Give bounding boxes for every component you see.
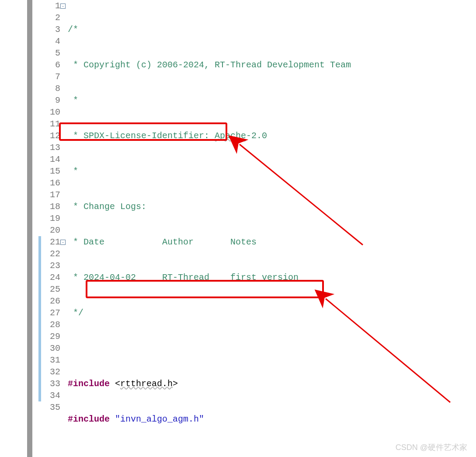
code-text: Apache (215, 131, 246, 141)
code-text: * (68, 95, 78, 105)
line-number: 22 (42, 248, 60, 260)
line-number: 13 (42, 142, 60, 153)
line-number: 16 (42, 177, 60, 189)
editor-root: 1 2 3 4 5 6 7 8 9 10 11 12 13 14 15 16 1… (0, 0, 476, 457)
line-number: 12 (42, 130, 60, 142)
fold-column[interactable]: - - (60, 0, 66, 457)
code-text: > (173, 379, 178, 389)
line-number: 4 (42, 35, 60, 47)
code-text: #include (68, 414, 110, 424)
line-number: 35 (42, 401, 60, 413)
line-number: 24 (42, 272, 60, 283)
code-text: * 2024-04-02 RT-Thread first version (68, 272, 299, 283)
line-number: 32 (42, 366, 60, 378)
code-text: * Change Logs: (68, 202, 146, 212)
line-number: 5 (42, 47, 60, 59)
line-number-gutter[interactable]: 1 2 3 4 5 6 7 8 9 10 11 12 13 14 15 16 1… (42, 0, 60, 457)
code-text: /* (68, 24, 78, 35)
line-number: 21 (42, 236, 60, 248)
code-text: * Copyright (c) 2006-2024, RT-Thread Dev… (68, 60, 351, 70)
line-number: 23 (42, 260, 60, 272)
line-number: 15 (42, 165, 60, 177)
code-text: < (110, 379, 120, 389)
line-number: 27 (42, 307, 60, 319)
line-number: 34 (42, 390, 60, 401)
line-number: 10 (42, 106, 60, 118)
line-number: 30 (42, 342, 60, 354)
watermark-text: CSDN @硬件艺术家 (396, 442, 467, 453)
line-number: 33 (42, 378, 60, 390)
fold-toggle-icon[interactable]: - (60, 3, 66, 9)
overview-ruler[interactable] (27, 0, 32, 457)
line-number: 6 (42, 59, 60, 71)
line-number: 18 (42, 201, 60, 213)
line-number: 2 (42, 12, 60, 24)
code-text: #include (68, 379, 110, 389)
line-number: 8 (42, 83, 60, 94)
code-text: rtthread.h (120, 379, 173, 389)
line-number: 26 (42, 295, 60, 307)
line-number: 11 (42, 118, 60, 130)
line-number: 25 (42, 283, 60, 295)
line-number: 20 (42, 224, 60, 236)
line-number: 31 (42, 354, 60, 366)
line-number: 1 (42, 0, 60, 12)
code-text: "invn_algo_agm.h" (110, 414, 204, 424)
code-text: * Date Author Notes (68, 237, 257, 247)
code-text: -2.0 (246, 131, 267, 141)
line-number: 19 (42, 213, 60, 224)
code-area[interactable]: /* * Copyright (c) 2006-2024, RT-Thread … (68, 0, 351, 457)
line-number: 9 (42, 94, 60, 106)
code-text: * (68, 166, 78, 176)
fold-toggle-icon[interactable]: - (60, 240, 66, 245)
code-text: * SPDX-License-Identifier: (68, 131, 215, 141)
change-marker (38, 236, 41, 401)
code-text: */ (68, 308, 83, 318)
line-number: 7 (42, 71, 60, 83)
line-number: 17 (42, 189, 60, 201)
line-number: 14 (42, 153, 60, 165)
line-number: 3 (42, 24, 60, 35)
line-number: 29 (42, 331, 60, 342)
line-number: 28 (42, 319, 60, 331)
